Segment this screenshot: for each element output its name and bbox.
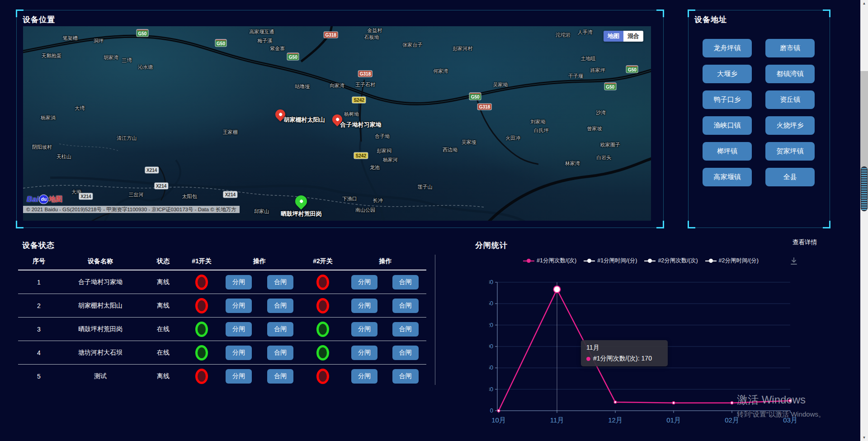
map-place-label: 胡家湾 [104,54,118,61]
legend-label: #1分闸次数/(次) [537,257,576,265]
legend-item[interactable]: #1分闸次数/(次) [523,257,576,265]
open-switch1-button[interactable]: 分闸 [226,369,252,384]
switch1-indicator-red [195,369,208,384]
map-place-label: 沙湾 [596,109,606,116]
cell-device-name: 胡家棚村太阳山 [60,302,141,310]
scrollbar-up-arrow[interactable]: ▲ [860,0,868,7]
map-place-label: 何家湾 [433,67,448,74]
address-button[interactable]: 大堰乡 [703,65,752,83]
map-place-label: 清江方山 [117,135,137,142]
section-divider [435,255,435,385]
legend-item[interactable]: #2分闸时间/(分) [705,257,759,265]
cell-no: 5 [18,373,60,380]
pin-icon [293,193,310,210]
map-place-label: 杨家河 [383,156,398,163]
close-switch1-button[interactable]: 合闸 [267,299,293,313]
device-location-panel: 设备位置 笔架槽洞坪天鹅抱蛋胡家湾三塆沁水塘高家堰互通梅子溪紫金寨金益村石板坳张… [16,10,664,228]
close-switch1-button[interactable]: 合闸 [267,346,293,360]
table-header-row: 序号 设备名称 状态 #1开关 操作 #2开关 操作 [18,253,426,270]
map-place-label: 刘家坳 [530,118,545,125]
table-row: 5测试离线分闸合闸分闸合闸 [18,364,426,388]
table-body: 1合子坳村习家坳离线分闸合闸分闸合闸2胡家棚村太阳山离线分闸合闸分闸合闸3晒鼓坪… [18,270,426,388]
windows-activation-watermark: 激活 Windows 转到“设置”以激活 Windows。 [737,393,825,419]
map-place-label: 吴家垭 [462,138,476,145]
watermark-line1: 激活 Windows [737,393,825,407]
cell-device-name: 合子坳村习家坳 [60,278,141,286]
table-row: 2胡家棚村太阳山离线分闸合闸分闸合闸 [18,294,426,317]
open-switch2-button[interactable]: 分闸 [351,275,377,289]
map-place-label: 白岩头 [596,154,611,161]
pin-label: 胡家棚村太阳山 [283,116,325,124]
page-scrollbar[interactable]: ▲ ▼ [860,0,868,441]
legend-item[interactable]: #2分闸次数/(次) [644,257,698,265]
cell-status: 在线 [141,325,185,333]
cell-status: 离线 [141,302,185,310]
address-button[interactable]: 龙舟坪镇 [703,39,752,57]
scrollbar-down-arrow[interactable]: ▼ [860,434,868,441]
switch1-indicator-green [195,322,208,337]
map-pin-red[interactable]: 胡家棚村太阳山 [275,109,285,119]
map-attribution: © 2021 Baidu - GS(2019)5218号 - 甲测资字11009… [23,206,240,213]
address-button[interactable]: 榔坪镇 [703,142,752,161]
close-switch2-button[interactable]: 合闸 [392,322,419,337]
switch1-indicator-green [195,345,208,360]
map-place-label: 白氏坪 [533,127,548,134]
svg-text:12月: 12月 [608,416,623,424]
close-switch2-button[interactable]: 合闸 [392,275,419,289]
open-switch1-button[interactable]: 分闸 [226,322,252,337]
view-details-link[interactable]: 查看详情 [793,238,817,247]
map-pin-red[interactable]: 合子坳村习家坳 [332,114,342,124]
cell-no: 1 [18,279,60,286]
close-switch2-button[interactable]: 合闸 [392,369,419,384]
col-header-status: 状态 [141,257,185,266]
open-switch2-button[interactable]: 分闸 [351,369,377,384]
close-switch1-button[interactable]: 合闸 [267,275,293,289]
address-button[interactable]: 磨市镇 [765,39,815,57]
baidu-logo-bai: Bai [27,195,38,204]
close-switch2-button[interactable]: 合闸 [392,299,419,313]
open-switch1-button[interactable]: 分闸 [226,275,252,289]
close-switch2-button[interactable]: 合闸 [392,346,419,360]
map-place-label: 下渔口 [342,195,357,202]
road-badge: X214 [145,167,158,173]
map-pin-green[interactable]: 晒鼓坪村荒田岗 [295,195,307,207]
scrollbar-overlay-widget[interactable] [861,166,868,211]
svg-text:10月: 10月 [491,416,506,424]
open-switch1-button[interactable]: 分闸 [226,346,252,360]
address-button[interactable]: 全县 [765,168,815,186]
chart-legend: #1分闸次数/(次)#1分闸时间/(分)#2分闸次数/(次)#2分闸时间/(分) [523,257,759,265]
map-place-label: 笔架槽 [63,34,78,41]
map-place-label: 彭家祠 [377,147,392,154]
map-type-map-button[interactable]: 地图 [604,31,623,42]
close-switch1-button[interactable]: 合闸 [267,322,293,337]
map-place-label: 火田冲 [505,135,520,142]
map-type-hybrid-button[interactable]: 混合 [623,31,643,42]
address-button[interactable]: 资丘镇 [765,90,815,109]
road-badge: G50 [288,53,299,60]
close-switch1-button[interactable]: 合闸 [267,369,293,384]
open-switch1-button[interactable]: 分闸 [226,299,252,313]
baidu-map[interactable]: 笔架槽洞坪天鹅抱蛋胡家湾三塆沁水塘高家堰互通梅子溪紫金寨金益村石板坳张家台子彭家… [23,26,651,221]
address-button[interactable]: 鸭子口乡 [703,90,752,109]
map-place-label: 王家棚 [223,129,238,136]
address-button[interactable]: 高家堰镇 [703,168,752,186]
col-header-sw1: #1开关 [185,257,218,266]
open-switch2-button[interactable]: 分闸 [351,299,377,313]
address-button[interactable]: 都镇湾镇 [765,65,815,83]
map-place-label: 西边坳 [443,147,458,153]
legend-item[interactable]: #1分闸时间/(分) [584,257,637,265]
corner-bracket [688,221,695,228]
map-type-toggle[interactable]: 地图 混合 [604,31,643,42]
open-switch2-button[interactable]: 分闸 [351,322,377,337]
switch2-indicator-red [316,298,329,313]
download-icon[interactable] [789,256,798,267]
address-button[interactable]: 火烧坪乡 [765,116,815,135]
legend-marker-icon [705,261,717,261]
address-button[interactable]: 渔峡口镇 [703,116,752,135]
map-panel-title: 设备位置 [17,10,663,25]
legend-label: #2分闸时间/(分) [719,257,759,265]
svg-text:30: 30 [489,386,493,393]
map-place-label: 天柱山 [57,153,71,160]
address-button[interactable]: 贺家坪镇 [765,142,815,161]
open-switch2-button[interactable]: 分闸 [351,346,377,360]
